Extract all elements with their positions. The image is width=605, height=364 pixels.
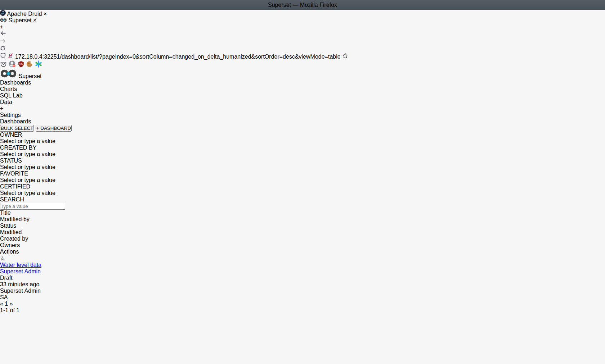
- filter-label-certified: CERTIFIED: [0, 183, 605, 190]
- superset-logo-icon: [0, 73, 18, 79]
- window-titlebar: Superset — Mozilla Firefox: [0, 0, 605, 10]
- page-title: Dashboards: [0, 118, 605, 125]
- tab-close-icon[interactable]: ×: [33, 17, 36, 23]
- bookmark-star-icon[interactable]: [342, 54, 348, 60]
- new-dashboard-button[interactable]: + DASHBOARD: [36, 125, 72, 132]
- nav-item-dashboards[interactable]: Dashboards: [0, 79, 605, 86]
- forward-icon: [0, 38, 6, 44]
- filter-label-search: SEARCH: [0, 196, 605, 203]
- created-by-filter-select[interactable]: Select or type a value: [0, 151, 605, 158]
- modified-text: 33 minutes ago: [0, 281, 39, 287]
- bulk-select-button[interactable]: BULK SELECT: [0, 125, 34, 132]
- superset-favicon-icon: [0, 17, 8, 23]
- extension-asterisk-button[interactable]: [35, 63, 42, 69]
- brand-text: Superset: [18, 73, 41, 79]
- next-page-button[interactable]: »: [10, 301, 13, 307]
- filter-bar: OWNER Select or type a value CREATED BY …: [0, 132, 605, 210]
- filter-label-status: STATUS: [0, 158, 605, 164]
- browser-tab-apache-druid[interactable]: Apache Druid ×: [0, 10, 605, 17]
- cookie-button[interactable]: [26, 63, 35, 69]
- owner-filter-select[interactable]: Select or type a value: [0, 138, 605, 145]
- firefox-logo-icon: [1, 1, 10, 9]
- cookie-icon: [26, 60, 33, 68]
- column-header-title[interactable]: Title: [0, 210, 11, 216]
- column-header-modified-by[interactable]: Modified by: [0, 216, 30, 222]
- url-bar[interactable]: 172.18.0.4:32251/dashboard/list/?pageInd…: [0, 53, 605, 60]
- browser-tab-bar: Apache Druid × Superset × +: [0, 10, 605, 30]
- plus-icon: +: [0, 105, 3, 112]
- created-by-text: Superset Admin: [0, 288, 41, 294]
- search-input[interactable]: [0, 203, 65, 210]
- new-item-menu-button[interactable]: +: [0, 105, 605, 112]
- status-filter-select[interactable]: Select or type a value: [0, 164, 605, 170]
- shield-icon[interactable]: [0, 54, 8, 60]
- app-header: Superset Dashboards Charts SQL Lab Data …: [0, 69, 605, 118]
- column-header-status[interactable]: Status: [0, 223, 16, 229]
- insecure-lock-icon[interactable]: [8, 54, 15, 60]
- pocket-icon: [0, 61, 7, 68]
- dashboards-page: Dashboards BULK SELECT + DASHBOARD OWNER…: [0, 118, 605, 314]
- pocket-button[interactable]: [0, 63, 8, 69]
- reload-button[interactable]: [0, 45, 605, 53]
- dashboards-table: Title Modified by Status Modified Create…: [0, 210, 605, 301]
- nav-item-data[interactable]: Data: [0, 99, 605, 105]
- back-button[interactable]: [0, 30, 605, 38]
- superset-brand[interactable]: Superset: [0, 69, 605, 79]
- settings-menu-button[interactable]: Settings: [0, 112, 605, 118]
- tab-label: Superset: [8, 17, 31, 23]
- filter-label-created-by: CREATED BY: [0, 145, 605, 151]
- filter-label-favorite: FAVORITE: [0, 170, 605, 177]
- account-button[interactable]: [8, 63, 17, 69]
- adblock-shield-button[interactable]: UD: [18, 63, 26, 69]
- modified-by-link[interactable]: Superset Admin: [0, 268, 41, 274]
- nav-item-sql-lab[interactable]: SQL Lab: [0, 92, 605, 99]
- adblock-shield-icon: UD: [18, 61, 24, 68]
- owner-avatar[interactable]: SA: [0, 294, 8, 300]
- favorite-star-button[interactable]: ☆: [0, 255, 5, 261]
- status-text: Draft: [0, 275, 13, 281]
- reload-icon: [0, 45, 6, 51]
- pagination-summary: 1-1 of 1: [0, 307, 605, 314]
- column-header-modified[interactable]: Modified: [0, 229, 22, 235]
- url-text: 172.18.0.4:32251/dashboard/list/?pageInd…: [15, 54, 341, 60]
- favorite-filter-select[interactable]: Select or type a value: [0, 177, 605, 183]
- tab-close-icon[interactable]: ×: [44, 11, 47, 17]
- browser-tab-superset[interactable]: Superset ×: [0, 17, 605, 24]
- filter-label-owner: OWNER: [0, 132, 605, 138]
- back-icon: [0, 30, 6, 36]
- column-header-actions: Actions: [0, 249, 19, 255]
- column-header-created-by: Created by: [0, 236, 28, 242]
- window-title: Superset — Mozilla Firefox: [268, 2, 337, 8]
- certified-filter-select[interactable]: Select or type a value: [0, 190, 605, 196]
- new-tab-button[interactable]: +: [0, 24, 605, 30]
- asterisk-icon: [35, 60, 42, 68]
- dashboard-title-link[interactable]: Water level data: [0, 262, 41, 268]
- account-icon: [8, 60, 16, 68]
- plus-icon: +: [36, 126, 39, 131]
- table-row: ☆ Water level data Superset Admin Draft …: [0, 255, 605, 301]
- pagination: « 1 »: [0, 301, 605, 307]
- tab-label: Apache Druid: [7, 11, 42, 17]
- prev-page-button[interactable]: «: [0, 301, 3, 307]
- nav-item-charts[interactable]: Charts: [0, 86, 605, 92]
- forward-button[interactable]: [0, 38, 605, 45]
- column-header-owners: Owners: [0, 242, 20, 248]
- druid-favicon-icon: [0, 11, 7, 17]
- browser-toolbar: 172.18.0.4:32251/dashboard/list/?pageInd…: [0, 30, 605, 69]
- svg-text:UD: UD: [19, 63, 23, 65]
- page-1-button[interactable]: 1: [5, 301, 8, 307]
